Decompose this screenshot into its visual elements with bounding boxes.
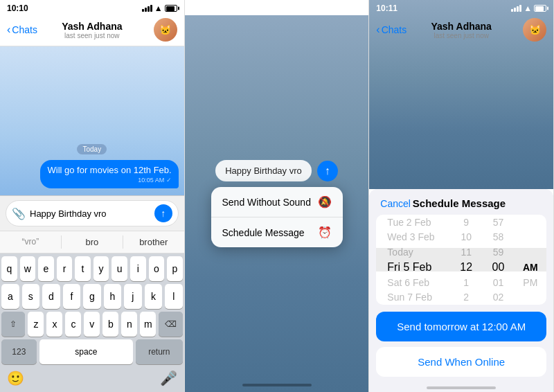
battery-icon-3 [534,5,546,12]
key-p[interactable]: p [167,256,183,281]
picker-ampm-4: PM [515,275,546,290]
status-bar-3: 10:11 ▲ [369,0,553,15]
clock-icon: ⏰ [318,226,332,239]
back-button-1[interactable]: ‹ Chats [7,24,37,35]
key-u[interactable]: u [111,256,127,281]
autocomplete-item-0[interactable]: “vro” [0,235,62,249]
send-tomorrow-button[interactable]: Send tomorrow at 12:00 AM [376,312,546,341]
emoji-icon[interactable]: 🙂 [7,370,24,386]
key-i[interactable]: i [130,256,146,281]
keyboard-bottom: 🙂 🎤 [1,367,183,391]
nav-center-3: Yash Adhana last seen just now [431,21,491,39]
picker-ampm-1 [515,230,546,245]
keyboard-row-1: a s d f g h j k l [1,284,183,309]
home-indicator-3 [427,386,496,389]
checkmark-icon: ✓ [166,177,172,184]
key-f[interactable]: f [63,284,81,309]
context-menu-item-1[interactable]: Schedule Message ⏰ [211,217,343,247]
key-e[interactable]: e [38,256,54,281]
key-m[interactable]: m [140,312,156,337]
signal-icon-3 [511,5,521,12]
mic-icon[interactable]: 🎤 [160,370,177,386]
picker-min-3: 00 [482,260,514,275]
key-v[interactable]: v [84,312,100,337]
key-return[interactable]: return [136,339,183,364]
key-shift[interactable]: ⇧ [1,312,25,337]
avatar-1[interactable]: 🐱 [154,18,177,42]
key-c[interactable]: c [65,312,81,337]
picker-ampm-col: AM PM [515,215,546,305]
input-row-1: 📎 ↑ [6,200,179,226]
date-badge: Today [6,142,179,154]
avatar-3[interactable]: 🐱 [523,18,546,42]
key-z[interactable]: z [28,312,44,337]
message-input-1[interactable] [30,208,150,219]
keyboard-row-0: q w e r t y u i o p [1,256,183,281]
attach-icon[interactable]: 📎 [12,207,26,220]
picker-day-3: Fri 5 Feb [386,260,450,275]
picker-min-4: 01 [482,275,514,290]
panel-context-menu: 10:10 ▲ Happy Birthday vro ↑ Send Withou… [185,0,370,392]
picker-min-2: 59 [482,244,514,260]
key-h[interactable]: h [104,284,122,309]
cancel-button[interactable]: Cancel [380,198,411,209]
message-time-1: 10:05 AM ✓ [47,177,171,184]
sheet-header: Cancel Schedule Message [369,189,553,215]
key-d[interactable]: d [42,284,60,309]
status-icons-3: ▲ [511,3,546,13]
picker-min-1: 58 [482,230,514,245]
send-when-online-button[interactable]: Send When Online [376,347,546,377]
panel2-bg: Happy Birthday vro ↑ Send Without Sound … [185,15,369,392]
context-send-btn[interactable]: ↑ [317,161,338,181]
autocomplete-item-2[interactable]: brother [123,235,184,249]
picker-day-4: Sat 6 Feb [386,275,450,290]
key-n[interactable]: n [121,312,137,337]
battery-icon [165,5,177,12]
nav-center-1: Yash Adhana last seen just now [62,21,122,39]
autocomplete-item-1[interactable]: bro [62,235,123,249]
picker-day-0: Tue 2 Feb [386,215,450,230]
picker-min-5: 02 [482,289,514,305]
status-icons-2: ▲ [326,3,361,13]
key-r[interactable]: r [57,256,73,281]
context-menu-item-0[interactable]: Send Without Sound 🔕 [211,187,343,217]
send-button-1[interactable]: ↑ [154,204,172,222]
key-123[interactable]: 123 [1,339,37,364]
back-label-3[interactable]: Chats [382,24,407,35]
key-q[interactable]: q [1,256,17,281]
autocomplete-bar: “vro” bro brother [0,231,184,253]
contact-name-1: Yash Adhana [62,21,122,32]
key-x[interactable]: x [46,312,62,337]
picker-hour-3: 12 [450,260,482,275]
picker-hour-1: 10 [450,230,482,245]
key-o[interactable]: o [149,256,165,281]
key-j[interactable]: j [124,284,142,309]
key-y[interactable]: y [93,256,109,281]
key-l[interactable]: l [165,284,183,309]
back-button-3[interactable]: ‹ Chats [376,24,406,35]
picker-hour-col: 9 10 11 12 1 2 [450,215,482,305]
picker-day-1: Wed 3 Feb [386,230,450,245]
contact-status-3: last seen just now [431,32,491,39]
status-icons-1: ▲ [142,3,177,13]
key-k[interactable]: k [145,284,163,309]
key-g[interactable]: g [83,284,101,309]
picker-day-col: Tue 2 Feb Wed 3 Feb Today Fri 5 Feb Sat … [376,215,450,305]
key-space[interactable]: space [39,339,133,364]
key-t[interactable]: t [75,256,91,281]
wifi-icon: ▲ [154,3,163,13]
key-w[interactable]: w [20,256,36,281]
back-label-1[interactable]: Chats [12,24,37,35]
status-time-3: 10:11 [376,3,397,13]
picker-ampm-3: AM [515,260,546,275]
panel-chat: 10:10 ▲ ‹ Chats Yash Adhana last seen ju… [0,0,185,392]
context-menu: Send Without Sound 🔕 Schedule Message ⏰ [211,187,343,247]
key-b[interactable]: b [102,312,118,337]
send-without-sound-label: Send Without Sound [222,197,311,208]
key-s[interactable]: s [22,284,40,309]
key-backspace[interactable]: ⌫ [159,312,182,337]
key-a[interactable]: a [1,284,19,309]
schedule-message-label: Schedule Message [222,227,305,238]
picker-min-0: 57 [482,215,514,230]
date-picker[interactable]: Tue 2 Feb Wed 3 Feb Today Fri 5 Feb Sat … [376,215,546,305]
